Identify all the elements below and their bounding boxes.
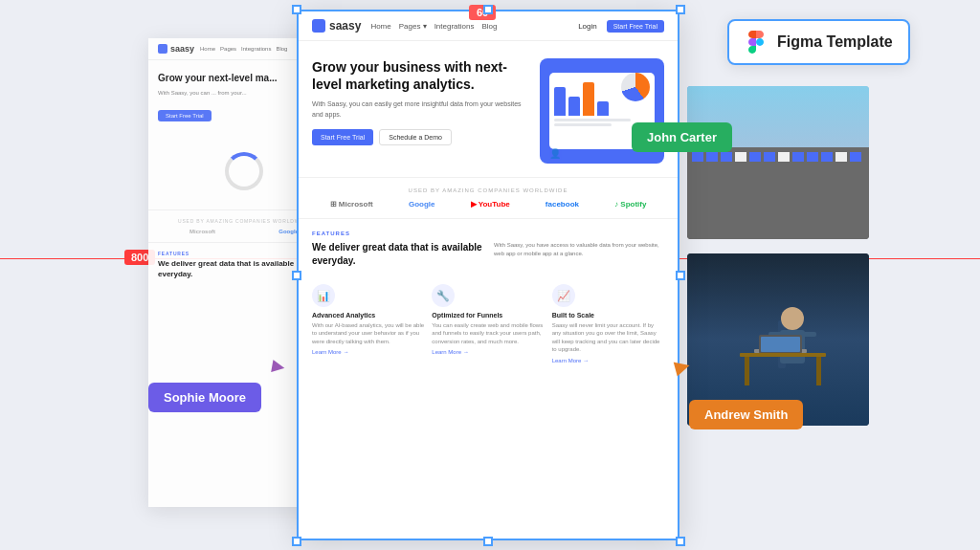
bar-4	[597, 101, 609, 116]
scale-icon: 📈	[552, 284, 575, 307]
google-logo: Google	[409, 200, 435, 209]
hero-title: Grow your business with next-level marke…	[312, 58, 530, 93]
frame-handle-lm[interactable]	[292, 271, 301, 280]
funnels-desc: You can easily create web and mobile flo…	[432, 321, 544, 345]
hero-section: Grow your business with next-level marke…	[299, 41, 678, 177]
svg-rect-7	[761, 337, 800, 352]
frame-handle-rm[interactable]	[676, 271, 685, 280]
youtube-logo: ▶ YouTube	[471, 200, 510, 209]
pie-chart	[621, 73, 650, 101]
frame-handle-tm[interactable]	[483, 5, 493, 14]
svg-rect-9	[745, 357, 749, 385]
feature-card-scale: 📈 Built to Scale Saasy will never limit …	[552, 284, 664, 363]
scale-learn-more[interactable]: Learn More →	[552, 358, 664, 363]
logo-icon	[312, 19, 325, 33]
features-left: We deliver great data that is available …	[312, 241, 482, 273]
analytics-icon: 📊	[312, 284, 335, 307]
frame-handle-tl[interactable]	[292, 5, 301, 14]
logos-strip: USED BY AMAZING COMPANIES WORLDWIDE ⊞ Mi…	[299, 177, 678, 218]
figma-icon	[745, 31, 768, 54]
features-right: With Saasy, you have access to valuable …	[494, 241, 664, 273]
features-label: FEATURES	[312, 231, 664, 236]
site-logo: saasy	[312, 19, 361, 33]
funnels-learn-more[interactable]: Learn More →	[432, 349, 544, 355]
building-mock	[687, 86, 869, 239]
svg-rect-4	[803, 332, 816, 337]
andrew-smith-tooltip: Andrew Smith	[689, 400, 803, 429]
figma-template-badge: Figma Template	[727, 19, 910, 65]
scale-title: Built to Scale	[552, 312, 664, 319]
frame-handle-tr[interactable]	[676, 5, 685, 14]
frame-handle-bm[interactable]	[483, 537, 493, 546]
site-nav-links: Home Pages Integrations Blog	[370, 22, 568, 31]
frame-handle-bl[interactable]	[292, 537, 301, 546]
mini-logo-icon	[158, 44, 167, 54]
features-section: FEATURES We deliver great data that is a…	[299, 218, 678, 375]
facebook-logo: facebook	[546, 200, 579, 209]
features-title: We deliver great data that is available …	[312, 241, 482, 268]
analytics-learn-more[interactable]: Learn More →	[312, 349, 424, 355]
feature-cards: 📊 Advanced Analytics With our AI-based a…	[312, 284, 664, 363]
svg-point-1	[781, 307, 804, 330]
logos-row: ⊞ Microsoft Google ▶ YouTube facebook ♪ …	[312, 200, 664, 209]
feature-card-funnels: 🔧 Optimized for Funnels You can easily c…	[432, 284, 544, 363]
svg-rect-8	[740, 353, 826, 357]
analytics-title: Advanced Analytics	[312, 312, 424, 319]
hero-description: With Saasy, you can easily get more insi…	[312, 99, 530, 120]
hero-buttons: Start Free Trial Schedule a Demo	[312, 129, 530, 145]
frame-handle-br[interactable]	[676, 537, 685, 546]
sophie-moore-tooltip: Sophie Moore	[148, 383, 261, 412]
john-carter-tooltip: John Carter	[632, 122, 732, 152]
scale-desc: Saasy will never limit your account. If …	[552, 321, 664, 354]
svg-rect-10	[816, 357, 821, 385]
funnels-icon: 🔧	[432, 284, 455, 307]
spinner	[225, 152, 263, 190]
purple-cursor-arrow: ►	[266, 352, 291, 380]
start-trial-button[interactable]: Start Free Trial	[607, 20, 664, 33]
bar-1	[554, 87, 566, 116]
logos-label: USED BY AMAZING COMPANIES WORLDWIDE	[312, 187, 664, 193]
hero-trial-button[interactable]: Start Free Trial	[312, 129, 373, 145]
main-website-frame: saasy Home Pages Integrations Blog Login…	[297, 10, 679, 540]
user-icon: 👤	[549, 148, 561, 159]
bar-3	[583, 82, 594, 116]
bar-2	[568, 97, 580, 116]
mini-logo: saasy	[158, 44, 194, 54]
feature-card-analytics: 📊 Advanced Analytics With our AI-based a…	[312, 284, 424, 363]
hero-demo-button[interactable]: Schedule a Demo	[379, 129, 452, 145]
hero-content: Grow your business with next-level marke…	[312, 58, 530, 164]
building-photo	[687, 86, 869, 239]
building-windows	[687, 147, 869, 239]
login-button[interactable]: Login	[578, 22, 597, 31]
figma-template-text: Figma Template	[777, 33, 893, 51]
person-silhouette	[721, 292, 835, 387]
analytics-desc: With our AI-based analytics, you will be…	[312, 321, 424, 345]
microsoft-logo: ⊞ Microsoft	[330, 200, 373, 209]
features-layout: We deliver great data that is available …	[312, 241, 664, 273]
funnels-title: Optimized for Funnels	[432, 312, 544, 319]
spotify-logo: ♪ Spotify	[614, 200, 646, 209]
